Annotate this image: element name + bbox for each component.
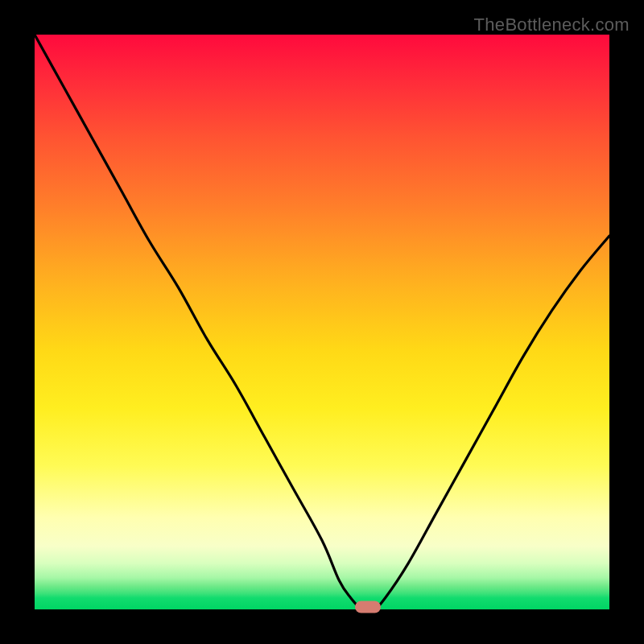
chart-frame: TheBottleneck.com <box>0 0 644 644</box>
watermark-text: TheBottleneck.com <box>474 14 630 35</box>
plot-area <box>35 35 609 609</box>
optimal-marker <box>355 601 381 613</box>
bottleneck-curve <box>35 35 609 609</box>
